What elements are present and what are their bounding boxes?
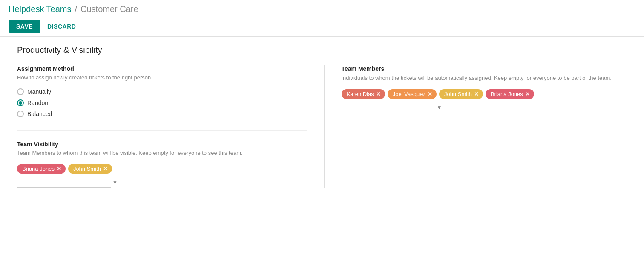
team-visibility-description: Team Members to whom this team will be v… [17, 149, 307, 157]
tag-briana-jones-members-close[interactable]: ✕ [525, 91, 530, 97]
radio-balanced-circle [17, 111, 24, 117]
team-visibility-field: Team Visibility Team Members to whom thi… [17, 130, 307, 188]
tag-briana-jones-visibility-close[interactable]: ✕ [57, 166, 61, 172]
assignment-method-options: Manually Random Balanced [17, 88, 307, 117]
team-members-arrow[interactable]: ▼ [437, 105, 442, 111]
radio-manually-label: Manually [27, 88, 51, 95]
team-members-description: Individuals to whom the tickets will be … [342, 74, 632, 82]
team-visibility-arrow[interactable]: ▼ [112, 180, 118, 186]
radio-manually[interactable]: Manually [17, 88, 307, 95]
radio-random[interactable]: Random [17, 99, 307, 106]
tag-john-smith-visibility-close[interactable]: ✕ [103, 166, 108, 172]
assignment-method-description: How to assign newly created tickets to t… [17, 74, 307, 81]
radio-random-label: Random [27, 99, 50, 106]
tag-joel-vasquez-label: Joel Vasquez [393, 91, 426, 97]
tag-briana-jones-visibility-label: Briana Jones [22, 166, 55, 172]
discard-button[interactable]: DISCARD [40, 20, 83, 33]
assignment-method-field: Assignment Method How to assign newly cr… [17, 65, 307, 117]
tag-briana-jones-members[interactable]: Briana Jones ✕ [486, 89, 534, 99]
breadcrumb: Helpdesk Teams / Customer Care [9, 4, 635, 17]
radio-random-circle [17, 99, 24, 106]
tag-karen-dias[interactable]: Karen Dias ✕ [342, 89, 385, 99]
team-visibility-label: Team Visibility [17, 141, 307, 148]
radio-balanced-label: Balanced [27, 111, 52, 117]
breadcrumb-separator: / [75, 4, 77, 14]
section-title: Productivity & Visibility [17, 45, 631, 55]
team-members-tags: Karen Dias ✕ Joel Vasquez ✕ John Smith ✕… [342, 89, 632, 99]
tag-karen-dias-label: Karen Dias [347, 91, 374, 97]
breadcrumb-current: Customer Care [80, 4, 138, 14]
assignment-method-label: Assignment Method [17, 65, 307, 72]
two-col-layout: Assignment Method How to assign newly cr… [17, 65, 631, 188]
team-members-dropdown[interactable]: ▼ [342, 102, 632, 113]
tag-joel-vasquez-close[interactable]: ✕ [428, 91, 432, 97]
tag-john-smith-members-label: John Smith [444, 91, 472, 97]
tag-karen-dias-close[interactable]: ✕ [376, 91, 381, 97]
team-members-field: Team Members Individuals to whom the tic… [342, 65, 632, 113]
header: Helpdesk Teams / Customer Care SAVE DISC… [0, 0, 644, 37]
save-button[interactable]: SAVE [9, 20, 40, 33]
tag-john-smith-visibility[interactable]: John Smith ✕ [68, 164, 112, 174]
tag-briana-jones-visibility[interactable]: Briana Jones ✕ [17, 164, 66, 174]
tag-joel-vasquez[interactable]: Joel Vasquez ✕ [388, 89, 437, 99]
tag-john-smith-members-close[interactable]: ✕ [474, 91, 479, 97]
radio-balanced[interactable]: Balanced [17, 111, 307, 117]
main-content: Productivity & Visibility Assignment Met… [0, 37, 644, 201]
tag-briana-jones-members-label: Briana Jones [491, 91, 523, 97]
radio-manually-circle [17, 88, 24, 95]
tag-john-smith-visibility-label: John Smith [73, 166, 101, 172]
team-members-input[interactable] [342, 102, 435, 113]
team-visibility-dropdown[interactable]: ▼ [17, 177, 307, 188]
team-visibility-tags: Briana Jones ✕ John Smith ✕ [17, 164, 307, 174]
team-visibility-input[interactable] [17, 177, 111, 188]
team-members-label: Team Members [342, 65, 632, 72]
left-column: Assignment Method How to assign newly cr… [17, 65, 325, 188]
breadcrumb-parent[interactable]: Helpdesk Teams [9, 4, 71, 14]
tag-john-smith-members[interactable]: John Smith ✕ [439, 89, 483, 99]
right-column: Team Members Individuals to whom the tic… [325, 65, 632, 188]
toolbar: SAVE DISCARD [9, 17, 635, 36]
